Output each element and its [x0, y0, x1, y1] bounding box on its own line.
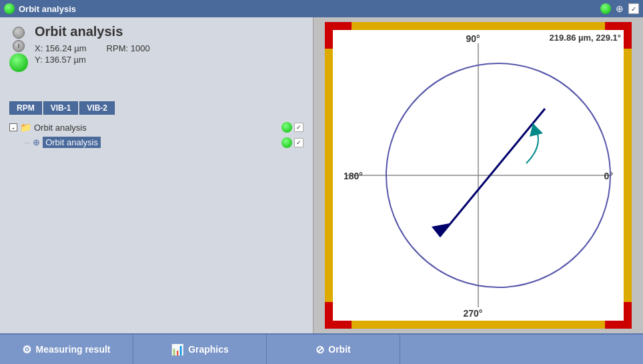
angle-180-label: 180° — [344, 171, 363, 181]
tabs-row: RPM VIB-1 VIB-2 — [0, 97, 313, 115]
sensor-icons: ! — [9, 27, 28, 72]
measuring-result-label: Measuring result — [35, 344, 110, 355]
tree-child-label[interactable]: Orbit analysis — [43, 137, 101, 148]
tree-expand-button[interactable]: - — [9, 123, 17, 131]
edge-bottom — [352, 321, 605, 329]
tab-orbit[interactable]: ⊘ Orbit — [267, 335, 400, 364]
status-circle — [600, 3, 611, 14]
warning-label: ! — [18, 43, 20, 49]
info-title: Orbit analysis — [35, 24, 303, 39]
orbit-label: Orbit — [328, 344, 350, 355]
svg-line-3 — [440, 109, 545, 237]
left-panel: ! Orbit analysis X: 156.24 µm RPM: 1000 … — [0, 17, 313, 333]
info-row-2: Y: 136.57 µm — [35, 55, 303, 65]
tab-measuring-result[interactable]: ⚙ Measuring result — [0, 335, 133, 364]
edge-right — [624, 49, 632, 302]
edge-left — [325, 49, 333, 302]
sensor-warning: ! — [13, 40, 25, 52]
main-container: Orbit analysis ⊕ ✓ ! Orbit analysis — [0, 0, 643, 364]
tab-rpm[interactable]: RPM — [9, 101, 42, 115]
crosshair-icon[interactable]: ⊕ — [614, 3, 626, 15]
tab-vib1[interactable]: VIB-1 — [43, 101, 79, 115]
y-value: Y: 136.57 µm — [35, 55, 86, 65]
tree-crosshair-icon: ⊕ — [33, 137, 40, 147]
right-panel: 219.86 µm, 229.1° 90° 270° 180° 0° — [313, 17, 643, 333]
x-value: X: 156.24 µm — [35, 43, 87, 53]
svg-marker-4 — [432, 223, 450, 237]
orbit-icon: ⊘ — [315, 343, 324, 356]
coord-label: 219.86 µm, 229.1° — [550, 33, 621, 43]
tree-section: - 📁 Orbit analysis ✓ ··· ⊕ Orbit analysi… — [0, 115, 313, 333]
orbit-chart: 219.86 µm, 229.1° 90° 270° 180° 0° — [325, 22, 632, 329]
sensor-circle-1 — [13, 27, 25, 39]
window-title: Orbit analysis — [19, 4, 76, 14]
tree-dotted: ··· — [24, 139, 30, 147]
info-text: Orbit analysis X: 156.24 µm RPM: 1000 Y:… — [35, 24, 303, 66]
angle-270-label: 270° — [464, 308, 483, 319]
content-area: ! Orbit analysis X: 156.24 µm RPM: 1000 … — [0, 17, 643, 333]
tree-child-circle — [281, 137, 292, 148]
tree-status-circle-1 — [281, 122, 292, 133]
tree-parent-row: - 📁 Orbit analysis ✓ — [9, 120, 303, 135]
tab-vib2[interactable]: VIB-2 — [79, 101, 115, 115]
angle-90-label: 90° — [466, 33, 480, 44]
title-bar: Orbit analysis ⊕ ✓ — [0, 0, 643, 17]
tree-child-checkbox[interactable]: ✓ — [294, 138, 303, 147]
rpm-value: RPM: 1000 — [107, 43, 150, 53]
folder-icon: 📁 — [20, 122, 31, 133]
edge-top — [352, 22, 605, 30]
tab-graphics[interactable]: 📊 Graphics — [133, 335, 267, 364]
graphics-label: Graphics — [188, 344, 229, 355]
measuring-result-icon: ⚙ — [22, 343, 31, 356]
graphics-icon: 📊 — [171, 343, 184, 356]
title-bar-icons: ⊕ ✓ — [600, 3, 639, 15]
checkbox-icon[interactable]: ✓ — [628, 3, 639, 14]
tree-child-row: ··· ⊕ Orbit analysis ✓ — [9, 135, 303, 150]
info-row-1: X: 156.24 µm RPM: 1000 — [35, 43, 303, 53]
tree-parent-checkbox[interactable]: ✓ — [294, 123, 303, 132]
tree-parent-status: ✓ — [281, 122, 303, 133]
angle-0-label: 0° — [604, 171, 613, 181]
info-section: ! Orbit analysis X: 156.24 µm RPM: 1000 … — [0, 17, 313, 97]
chart-border: 219.86 µm, 229.1° 90° 270° 180° 0° — [325, 22, 632, 329]
sensor-circle-large — [9, 53, 28, 72]
title-bar-left: Orbit analysis — [4, 3, 76, 14]
bottom-tabs: ⚙ Measuring result 📊 Graphics ⊘ Orbit — [0, 333, 643, 364]
status-indicator — [4, 3, 15, 14]
tree-child-status: ✓ — [281, 137, 303, 148]
orbit-svg: 90° 270° 180° 0° — [333, 30, 624, 321]
tree-parent-label: Orbit analysis — [34, 123, 87, 133]
chart-inner: 219.86 µm, 229.1° 90° 270° 180° 0° — [333, 30, 624, 321]
